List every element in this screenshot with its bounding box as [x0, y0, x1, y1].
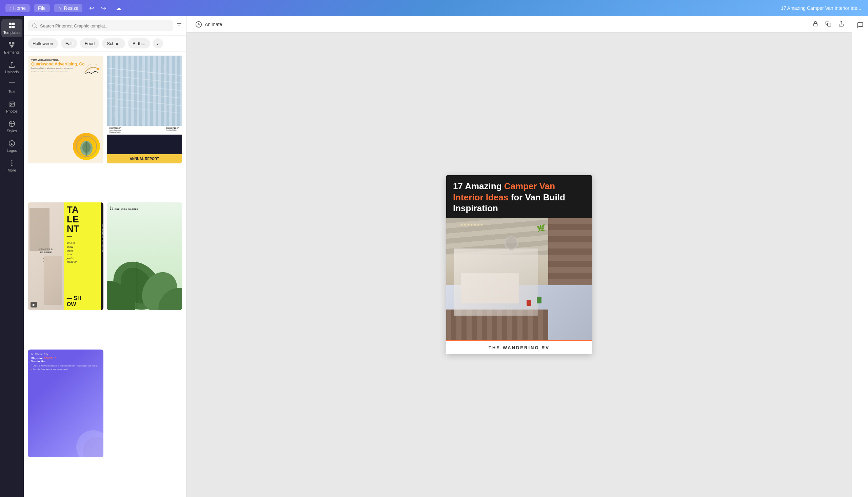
- sidebar-item-logos[interactable]: L Logos: [1, 137, 23, 155]
- topbar-left: ‹ Home File ⤡ Resize ↩ ↪ ☁: [5, 3, 125, 13]
- chip-fall[interactable]: Fall: [61, 38, 77, 48]
- svg-rect-2: [9, 26, 12, 28]
- main-layout: Templates Elements Uploads Text: [0, 16, 868, 497]
- svg-point-40: [83, 437, 103, 457]
- resize-button[interactable]: ⤡ Resize: [54, 4, 83, 12]
- undo-button[interactable]: ↩: [86, 3, 97, 13]
- resize-icon: ⤡: [58, 5, 62, 11]
- quarkwood-circle: [73, 133, 100, 160]
- canvas-area: Animate: [186, 16, 852, 497]
- template-nature: 01 BE ONE WITH NATURE: [107, 202, 182, 310]
- photos-icon: [8, 100, 16, 108]
- home-button[interactable]: ‹ Home: [5, 4, 30, 12]
- canvas-content: 17 Amazing Camper Van Interior Ideas for…: [186, 32, 852, 497]
- template-card-5[interactable]: 🏛 Whelan City Steps for COVID-19Vaccinat…: [28, 350, 103, 457]
- filter-icon: [176, 22, 182, 28]
- document-title: 17 Amazing Camper Van Interior Ide...: [781, 5, 861, 11]
- duplicate-button[interactable]: [823, 19, 834, 30]
- svg-text:L: L: [11, 142, 13, 145]
- svg-line-29: [114, 64, 118, 117]
- play-badge: ▶: [30, 302, 37, 308]
- svg-point-9: [10, 103, 11, 104]
- pinterest-design-card: 17 Amazing Camper Van Interior Ideas for…: [446, 175, 592, 354]
- svg-point-21: [97, 68, 99, 70]
- search-input[interactable]: [40, 24, 169, 28]
- template-grid: YOUR MESSAGE MATTERS. Quarkwood Advertis…: [24, 52, 186, 497]
- chip-birth[interactable]: Birth...: [128, 38, 150, 48]
- right-panel-comments-button[interactable]: [854, 19, 866, 32]
- animate-icon: [195, 21, 202, 28]
- pinterest-card-footer: THE WANDERING RV: [446, 340, 592, 354]
- template-card-1[interactable]: YOUR MESSAGE MATTERS. Quarkwood Advertis…: [28, 56, 103, 164]
- comments-icon: [857, 22, 864, 28]
- pinterest-card-title: 17 Amazing Camper Van Interior Ideas for…: [453, 181, 585, 214]
- svg-point-13: [11, 160, 13, 162]
- canvas-toolbar: Animate: [186, 16, 852, 32]
- filter-button[interactable]: [176, 22, 182, 29]
- svg-rect-5: [12, 42, 14, 44]
- more-icon: [8, 159, 16, 167]
- chip-food[interactable]: Food: [80, 38, 100, 48]
- chip-halloween[interactable]: Halloween: [28, 38, 58, 48]
- animate-button[interactable]: Animate: [192, 19, 226, 30]
- annual-report-image: [107, 56, 182, 126]
- share-button[interactable]: [836, 19, 846, 30]
- sidebar-item-more[interactable]: More: [1, 157, 23, 175]
- svg-line-24: [107, 75, 182, 83]
- svg-point-14: [11, 162, 13, 164]
- svg-line-30: [128, 64, 129, 117]
- svg-rect-43: [828, 23, 831, 26]
- pinterest-card-photo: 🌿: [446, 218, 592, 340]
- svg-marker-6: [10, 45, 14, 48]
- redo-button[interactable]: ↪: [98, 3, 109, 13]
- file-button[interactable]: File: [34, 4, 50, 12]
- svg-rect-7: [9, 82, 15, 83]
- template-quarkwood: YOUR MESSAGE MATTERS. Quarkwood Advertis…: [28, 56, 103, 164]
- svg-point-16: [32, 24, 36, 27]
- sidebar-item-elements[interactable]: Elements: [1, 39, 23, 57]
- svg-rect-1: [12, 23, 15, 25]
- elements-icon: [8, 41, 16, 49]
- svg-rect-0: [9, 23, 12, 25]
- svg-line-27: [107, 98, 182, 106]
- chips-scroll-right[interactable]: ›: [153, 38, 163, 48]
- sidebar-item-text[interactable]: Text: [1, 78, 23, 96]
- template-covid: 🏛 Whelan City Steps for COVID-19Vaccinat…: [28, 350, 103, 457]
- sidebar-item-templates[interactable]: Templates: [1, 19, 23, 37]
- annual-report-title-area: ANNUAL REPORT: [107, 154, 182, 164]
- filter-chips: Halloween Fall Food School Birth... ›: [24, 36, 186, 52]
- search-bar: [24, 16, 186, 36]
- text-icon: [8, 81, 16, 88]
- share-icon: [838, 21, 844, 27]
- svg-line-33: [163, 64, 167, 117]
- undo-redo-group: ↩ ↪: [86, 3, 109, 13]
- template-talent: CRAFTS & PAPERIE: [28, 202, 103, 310]
- logos-icon: L: [8, 140, 16, 147]
- cloud-save-button[interactable]: ☁: [113, 3, 125, 13]
- sidebar-item-uploads[interactable]: Uploads: [1, 58, 23, 76]
- search-wrapper: [28, 20, 173, 31]
- lock-icon: [812, 21, 819, 27]
- svg-line-26: [107, 90, 182, 98]
- svg-line-32: [152, 64, 154, 117]
- template-card-2[interactable]: ANNUAL REPORT PREPARED BY Jacob Langston…: [107, 56, 182, 164]
- pinterest-card-header: 17 Amazing Camper Van Interior Ideas for…: [446, 175, 592, 218]
- template-annual-report: ANNUAL REPORT PREPARED BY Jacob Langston…: [107, 56, 182, 164]
- topbar: ‹ Home File ⤡ Resize ↩ ↪ ☁ 17 Amazing Ca…: [0, 0, 868, 16]
- svg-rect-3: [12, 26, 15, 28]
- sidebar: Templates Elements Uploads Text: [0, 16, 24, 497]
- svg-point-4: [9, 42, 11, 44]
- uploads-icon: [8, 61, 16, 69]
- template-card-3[interactable]: CRAFTS & PAPERIE: [28, 202, 103, 310]
- svg-rect-42: [814, 24, 817, 26]
- svg-point-15: [11, 165, 13, 166]
- chevron-left-icon: ‹: [10, 5, 11, 11]
- template-card-4[interactable]: 01 BE ONE WITH NATURE: [107, 202, 182, 310]
- canvas-tools-right: [810, 19, 846, 30]
- sidebar-item-styles[interactable]: Styles: [1, 117, 23, 136]
- sidebar-item-photos[interactable]: Photos: [1, 98, 23, 116]
- styles-icon: [8, 120, 16, 127]
- chip-school[interactable]: School: [102, 38, 125, 48]
- svg-line-23: [107, 68, 182, 75]
- lock-button[interactable]: [810, 19, 821, 30]
